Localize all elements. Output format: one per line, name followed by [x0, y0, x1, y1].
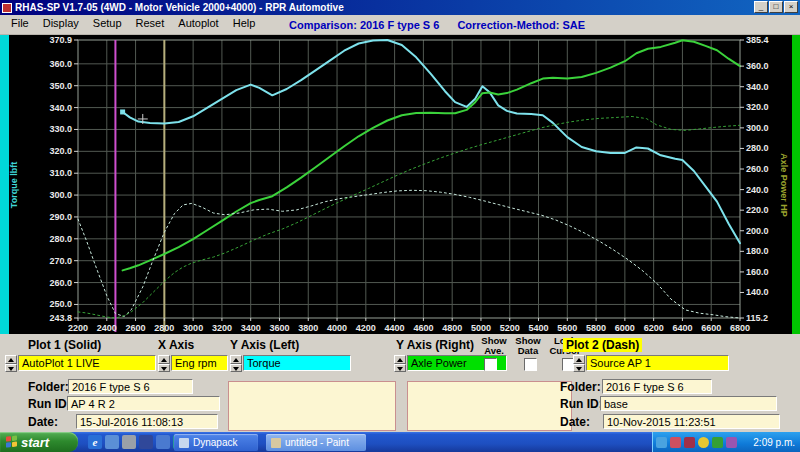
- internet-explorer-icon[interactable]: e: [88, 435, 102, 449]
- svg-text:140.0: 140.0: [746, 287, 769, 297]
- menu-setup[interactable]: Setup: [86, 16, 129, 30]
- svg-text:115.2: 115.2: [746, 313, 768, 323]
- menu-items: FileDisplaySetupResetAutoplotHelp: [4, 16, 262, 30]
- tray-icon-5[interactable]: [712, 437, 723, 448]
- menu-file[interactable]: File: [4, 16, 36, 30]
- svg-text:6200: 6200: [644, 323, 664, 333]
- xaxis-select[interactable]: Eng rpm: [171, 355, 228, 371]
- yaxis-left-select[interactable]: Torque: [243, 355, 351, 371]
- menu-reset[interactable]: Reset: [129, 16, 172, 30]
- run2-folder-field[interactable]: 2016 F type S 6: [602, 379, 712, 394]
- yaxis-right-section-label: Y Axis (Right): [396, 338, 474, 352]
- menu-help[interactable]: Help: [226, 16, 263, 30]
- svg-text:5600: 5600: [557, 323, 577, 333]
- app-icon-1[interactable]: [139, 435, 153, 449]
- comparison-text: Comparison: 2016 F type S 6: [289, 19, 439, 31]
- tray-icon-1[interactable]: [656, 437, 667, 448]
- run2-runid-field[interactable]: base: [600, 396, 777, 411]
- taskbar-task-dynapack[interactable]: Dynapack: [174, 434, 258, 451]
- svg-text:200.0: 200.0: [746, 226, 769, 236]
- run1-comment-box[interactable]: [228, 381, 396, 431]
- svg-text:160.0: 160.0: [746, 267, 769, 277]
- svg-text:260.0: 260.0: [49, 278, 72, 288]
- svg-text:6600: 6600: [701, 323, 721, 333]
- svg-text:385.4: 385.4: [746, 35, 769, 45]
- taskbar-task-untitled-paint[interactable]: untitled - Paint: [266, 434, 366, 451]
- run2-date-field[interactable]: 10-Nov-2015 11:23:51: [603, 414, 780, 429]
- yaxis-left-spinner[interactable]: [230, 355, 242, 372]
- run1-runid-field[interactable]: AP 4 R 2: [67, 396, 220, 411]
- show-desktop-icon[interactable]: [122, 435, 136, 449]
- title-bar[interactable]: RHAS-SP V1.7-05 (4WD - Motor Vehicle 200…: [0, 0, 800, 15]
- svg-text:4000: 4000: [327, 323, 347, 333]
- run2-runid-label: Run ID:: [560, 397, 603, 411]
- svg-text:3200: 3200: [212, 323, 232, 333]
- svg-text:300.0: 300.0: [49, 190, 72, 200]
- plot1-select[interactable]: AutoPlot 1 LIVE: [18, 355, 156, 371]
- svg-text:4800: 4800: [442, 323, 462, 333]
- correction-method-text: Correction-Method: SAE: [457, 19, 585, 31]
- svg-text:6000: 6000: [615, 323, 635, 333]
- task-icon: [271, 438, 281, 448]
- svg-text:6800: 6800: [730, 323, 750, 333]
- plot2-spinner[interactable]: [573, 355, 585, 372]
- plot2-select[interactable]: Source AP 1: [586, 355, 729, 371]
- yaxis-left-section-label: Y Axis (Left): [230, 338, 299, 352]
- svg-text:310.0: 310.0: [49, 168, 72, 178]
- run1-date-field[interactable]: 15-Jul-2016 11:08:13: [76, 414, 218, 429]
- tray-icon-6[interactable]: [726, 437, 737, 448]
- start-button[interactable]: start: [0, 432, 78, 452]
- svg-text:320.0: 320.0: [746, 102, 769, 112]
- clock: 2:09 p.m.: [753, 437, 795, 448]
- svg-text:320.0: 320.0: [49, 146, 72, 156]
- xaxis-spinner[interactable]: [158, 355, 170, 372]
- window-title: RHAS-SP V1.7-05 (4WD - Motor Vehicle 200…: [15, 2, 344, 13]
- run1-runid-label: Run ID:: [28, 397, 71, 411]
- svg-text:5800: 5800: [586, 323, 606, 333]
- svg-text:4400: 4400: [385, 323, 405, 333]
- run2-folder-label: Folder:: [560, 380, 601, 394]
- tray-icon-3[interactable]: [684, 437, 695, 448]
- menu-display[interactable]: Display: [36, 16, 86, 30]
- menu-autoplot[interactable]: Autoplot: [171, 16, 225, 30]
- windows-flag-icon: [6, 435, 18, 448]
- svg-text:3800: 3800: [298, 323, 318, 333]
- tray-icon-2[interactable]: [670, 437, 681, 448]
- svg-text:5400: 5400: [529, 323, 549, 333]
- svg-text:5000: 5000: [471, 323, 491, 333]
- comparison-header: Comparison: 2016 F type S 6Correction-Me…: [289, 19, 603, 31]
- run1-folder-field[interactable]: 2016 F type S 6: [68, 379, 193, 394]
- svg-text:2800: 2800: [154, 323, 174, 333]
- chart-area[interactable]: 370.9360.0350.0340.0330.0320.0310.0300.0…: [0, 35, 800, 334]
- plot1-spinner[interactable]: [5, 355, 17, 372]
- minimize-button[interactable]: _: [754, 1, 768, 13]
- show-data-label: ShowData: [511, 336, 545, 356]
- svg-text:180.0: 180.0: [746, 246, 769, 256]
- svg-text:3600: 3600: [269, 323, 289, 333]
- app-icon-2[interactable]: [156, 435, 170, 449]
- yaxis-right-spinner[interactable]: [394, 355, 406, 372]
- chart-svg[interactable]: 370.9360.0350.0340.0330.0320.0310.0300.0…: [9, 35, 791, 334]
- start-label: start: [21, 435, 49, 450]
- show-data-checkbox[interactable]: [524, 358, 537, 371]
- maximize-button[interactable]: □: [769, 1, 783, 13]
- tray-icon-4[interactable]: [698, 437, 709, 448]
- outlook-icon[interactable]: [105, 435, 119, 449]
- left-axis-color-strip: [0, 35, 9, 334]
- svg-text:4600: 4600: [413, 323, 433, 333]
- svg-text:243.8: 243.8: [49, 313, 72, 323]
- svg-text:2400: 2400: [97, 323, 117, 333]
- svg-text:350.0: 350.0: [49, 81, 72, 91]
- svg-text:270.0: 270.0: [49, 256, 72, 266]
- right-axis-color-strip: [792, 35, 800, 334]
- xaxis-section-label: X Axis: [158, 338, 194, 352]
- close-button[interactable]: ×: [784, 1, 798, 13]
- system-tray: 2:09 p.m.: [652, 432, 800, 452]
- svg-text:290.0: 290.0: [49, 212, 72, 222]
- run2-comment-box[interactable]: [407, 381, 572, 431]
- svg-text:2600: 2600: [126, 323, 146, 333]
- taskbar: start e Dynapackuntitled - Paint 2:09 p.…: [0, 432, 800, 452]
- task-label: Dynapack: [193, 437, 237, 448]
- show-ave-checkbox[interactable]: [484, 358, 497, 371]
- left-axis-title: Torque lbft: [9, 162, 19, 208]
